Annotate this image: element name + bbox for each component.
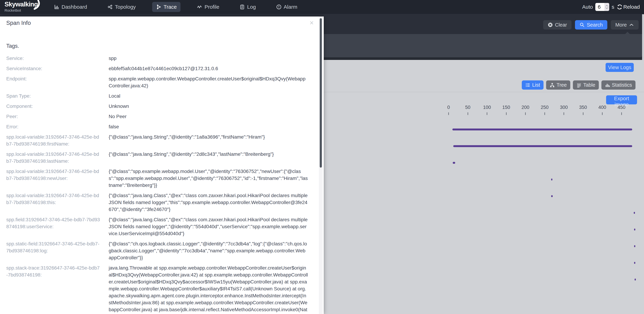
view-button-list[interactable]: List [522,80,544,90]
search-button[interactable]: Search [575,20,607,29]
tag-field-value: spp.example.webapp.controller.WebappCont… [109,75,308,89]
more-button[interactable]: More [611,20,638,29]
nav-item-profile[interactable]: Profile [193,2,223,12]
clear-label: Clear [555,22,567,28]
nav-item-log[interactable]: Log [236,2,260,12]
tag-field-value: {"@class":"java.lang.String","@identity"… [109,134,308,147]
tag-field-label: spp.local-variable:31926647-3746-425e-bd… [6,192,100,213]
brand: Skywalking Rocketbot [4,1,38,12]
nav-item-label: Trace [164,4,177,10]
trace-span-bar[interactable] [453,162,455,164]
tag-field-label: spp.local-variable:31926647-3746-425e-bd… [6,168,100,189]
tag-field-value: No Peer [109,113,308,120]
clear-icon [548,22,553,27]
reload-icon [617,4,622,10]
axis-tick-mark [602,112,602,115]
page-scrollbar[interactable] [642,14,644,60]
tag-field-value: {"@class":"ch.qos.logback.classic.Logger… [109,240,308,261]
trace-span-bar[interactable] [634,245,635,247]
view-logs-button[interactable]: View Logs [606,63,634,72]
modal-scrollbar-thumb[interactable] [320,18,322,168]
search-icon [580,22,585,27]
trace-icon [156,4,162,10]
axis-tick-mark [525,112,526,115]
table-icon [576,82,582,88]
tag-field-row: Component:Unknown [6,103,308,110]
auto-interval-stepper[interactable] [604,3,609,11]
view-button-label: List [532,82,540,88]
trace-span-bar[interactable] [452,128,632,130]
reload-button[interactable]: Reload [617,4,640,10]
trace-span-bar[interactable] [551,179,552,180]
tag-field-row: Error:false [6,123,308,130]
trace-span-bar[interactable] [634,279,636,281]
brand-title: Skywalking [4,1,38,7]
view-button-label: Table [583,82,595,88]
export-image-button[interactable]: Export image [606,95,637,104]
view-button-label: Tree [556,82,567,88]
trace-span-bar[interactable] [634,212,635,214]
chevron-up-icon [629,22,634,27]
clear-button[interactable]: Clear [543,20,572,29]
stats-icon [605,82,610,88]
app-root: Skywalking Rocketbot DashboardTopologyTr… [0,0,644,314]
auto-interval-input[interactable]: 6 [595,3,609,11]
tag-field-value: spp [109,55,308,62]
axis-tick-label: 300 [560,105,568,110]
log-icon [240,4,245,10]
tag-field-value: Local [109,93,308,99]
nav-item-label: Dashboard [62,4,87,10]
axis-tick-mark [621,112,622,115]
modal-scrollbar[interactable] [319,16,323,314]
axis-tick-label: 350 [579,105,587,110]
tag-field-row: spp.field:31926647-3746-425e-bdb7-7bd938… [6,216,308,237]
axis-tick-mark [487,112,487,115]
tag-field-value: {"@class":"spp.example.webapp.model.User… [109,168,308,189]
nav-item-dashboard[interactable]: Dashboard [50,2,91,12]
view-button-statistics[interactable]: Statistics [602,80,636,90]
nav-item-label: Alarm [284,4,297,10]
nav-item-trace[interactable]: Trace [152,2,181,12]
tag-field-label: Peer: [6,113,100,120]
tag-field-row: spp.stack-trace:31926647-3746-425e-bdb7-… [6,265,308,314]
reload-label: Reload [623,4,640,10]
axis-tick-label: 400 [598,105,606,110]
stepper-down-icon[interactable] [605,7,608,9]
axis-tick-mark [506,112,506,115]
tag-field-label: ServiceInstance: [6,65,100,72]
view-button-tree[interactable]: Tree [546,80,570,90]
tag-field-label: Service: [6,55,100,62]
tag-field-value: ebbfef5afc044b1e87c4461ec09cb127@172.31.… [109,65,308,72]
modal-title: Span Info [6,20,31,26]
trace-span-bar[interactable] [634,262,635,264]
tag-field-label: Span Type: [6,93,100,99]
trace-span-bar[interactable] [453,145,632,147]
nav-item-topology[interactable]: Topology [104,2,140,12]
axis-tick-label: 450 [618,105,626,110]
tag-field-label: Endpoint: [6,75,100,89]
brand-swoosh-icon [34,0,42,10]
tag-field-value: false [109,123,308,130]
tag-field-row: spp.local-variable:31926647-3746-425e-bd… [6,151,308,165]
tag-field-value: {"@class":"java.lang.Class","@ex":"class… [109,216,308,237]
tags-section-title: Tags. [6,43,19,49]
tag-field-row: spp.local-variable:31926647-3746-425e-bd… [6,168,308,189]
auto-label: Auto [582,4,593,10]
stepper-up-icon[interactable] [605,5,608,7]
top-nav: Skywalking Rocketbot DashboardTopologyTr… [0,0,644,14]
axis-tick-label: 150 [502,105,510,110]
more-label: More [615,22,627,28]
trace-span-bar[interactable] [551,195,553,197]
tag-field-value: {"@class":"java.lang.String","@identity"… [109,151,308,165]
nav-item-alarm[interactable]: Alarm [272,2,301,12]
view-button-table[interactable]: Table [573,80,599,90]
axis-tick-label: 250 [541,105,548,110]
close-icon[interactable]: × [310,19,314,26]
trace-span-bar[interactable] [634,229,635,231]
tag-field-row: spp.local-variable:31926647-3746-425e-bd… [6,192,308,213]
tag-field-value: {"@class":"java.lang.Class","@ex":"class… [109,192,308,213]
span-info-modal: Span Info × Tags. Service:sppServiceInst… [0,16,324,314]
tag-field-label: Component: [6,103,100,110]
tag-field-row: spp.local-variable:31926647-3746-425e-bd… [6,134,308,147]
tag-field-label: spp.field:31926647-3746-425e-bdb7-7bd938… [6,216,100,237]
